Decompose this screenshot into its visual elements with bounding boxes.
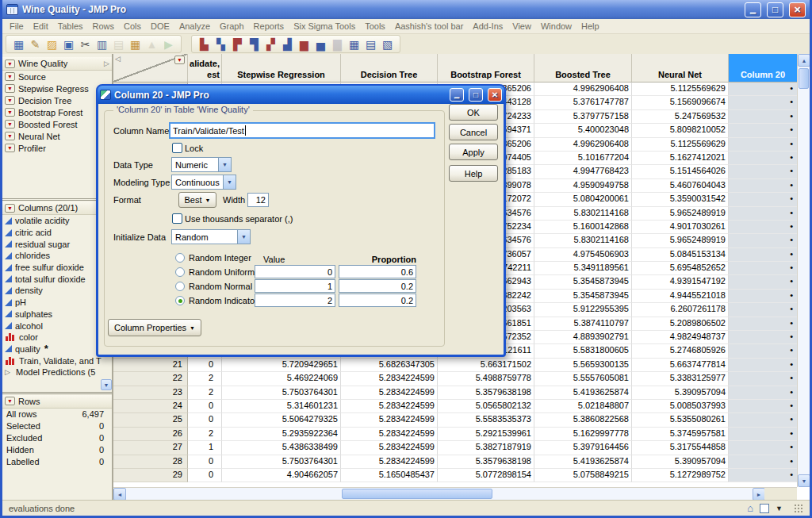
data-cell[interactable]: 4.9391547192 (632, 275, 729, 289)
scroll-down-icon[interactable] (798, 474, 810, 487)
save-icon[interactable]: ▣ (60, 36, 77, 52)
data-cell[interactable]: 5.3545873945 (534, 275, 632, 289)
data-cell[interactable]: 5.3745957581 (632, 428, 729, 441)
scroll-left-icon[interactable] (113, 488, 126, 500)
data-cell[interactable]: 5.7503764301 (222, 455, 341, 469)
menu-view[interactable]: View (508, 20, 536, 33)
data-cell[interactable]: 1 (188, 441, 222, 455)
data-cell[interactable]: 4.9754506903 (534, 248, 632, 262)
menu-analyze[interactable]: Analyze (174, 20, 215, 33)
menu-doe[interactable]: DOE (146, 20, 174, 33)
red-triangle-menu-icon[interactable] (5, 397, 15, 405)
apply-button[interactable]: Apply (449, 144, 498, 160)
row-number-cell[interactable]: 25 (113, 413, 188, 427)
row-number-cell[interactable]: 24 (113, 400, 188, 413)
column-header-neural-net[interactable]: Neural Net (632, 54, 729, 82)
data-cell[interactable]: 4.9947768423 (534, 165, 632, 178)
chevron-down-icon[interactable] (223, 175, 236, 189)
data-cell[interactable]: 5.5064279325 (222, 413, 341, 427)
home-window-icon[interactable] (747, 502, 753, 514)
report-panel-header[interactable]: Wine Quality (2, 57, 112, 71)
data-cell[interactable]: 5.2834224599 (341, 428, 438, 441)
column-name-input[interactable]: Train/Validate/Test (169, 122, 435, 139)
cut-icon[interactable]: ✂ (77, 36, 94, 52)
data-cell[interactable]: • (729, 317, 797, 331)
data-cell[interactable]: 4.9962906408 (534, 82, 632, 96)
column-header-decision-tree[interactable]: Decision Tree (341, 54, 438, 82)
new-data-table-icon[interactable]: ▦ (10, 36, 27, 52)
column-item-model-predictions-5[interactable]: Model Predictions (5 (2, 366, 112, 378)
menu-help[interactable]: Help (576, 20, 604, 33)
data-cell[interactable]: 5.4193625874 (534, 455, 632, 469)
panel-divider[interactable] (2, 392, 112, 394)
data-cell[interactable]: 5.8302114168 (534, 234, 632, 247)
data-cell[interactable]: 4.9590949758 (534, 179, 632, 193)
data-cell[interactable]: 5.0845153134 (632, 248, 729, 262)
search-table-icon[interactable]: ▧ (379, 36, 396, 52)
data-cell[interactable]: 5.1629997778 (534, 428, 632, 441)
data-cell[interactable]: 5.101677204 (534, 152, 632, 165)
radio-random-integer[interactable] (175, 253, 185, 263)
data-cell[interactable]: • (729, 372, 797, 386)
row-number-cell[interactable]: 29 (113, 469, 188, 482)
columns-menu-icon[interactable] (174, 56, 185, 64)
data-cell[interactable]: 5.8098210052 (632, 124, 729, 137)
data-cell[interactable]: 5.5355080261 (632, 413, 729, 427)
data-cell[interactable]: 5.3761747787 (534, 96, 632, 109)
data-cell[interactable]: • (729, 193, 797, 206)
data-cell[interactable]: 5.3874110797 (534, 317, 632, 331)
chart-icon-7[interactable]: ▆ (296, 36, 312, 52)
radio-random-normal[interactable] (175, 282, 185, 291)
dialog-title-bar[interactable]: Column 20 - JMP Pro (98, 86, 504, 104)
expand-group-icon[interactable] (5, 368, 13, 376)
data-cell[interactable]: 5.9652489919 (632, 207, 729, 221)
data-cell[interactable]: 4.9824948737 (632, 331, 729, 344)
menu-aashish-s-tool-bar[interactable]: Aashish's tool bar (390, 20, 468, 33)
data-cell[interactable]: 5.247569532 (632, 110, 729, 124)
data-cell[interactable]: • (729, 124, 797, 137)
calculator-table-icon[interactable]: ▦ (346, 36, 362, 52)
export-icon[interactable]: ▲ (144, 36, 160, 52)
horizontal-scrollbar[interactable] (113, 487, 765, 500)
data-cell[interactable]: • (729, 428, 797, 441)
menu-cols[interactable]: Cols (119, 20, 146, 33)
radio-random-uniform[interactable] (175, 267, 185, 277)
run-script-icon[interactable]: ▶ (160, 36, 177, 52)
data-cell[interactable]: 5.663171502 (438, 359, 534, 372)
data-cell[interactable]: • (729, 82, 797, 96)
data-cell[interactable]: • (729, 386, 797, 400)
red-triangle-menu-icon[interactable] (5, 59, 15, 68)
data-cell[interactable]: 5.3175544858 (632, 441, 729, 455)
table-corner-cell[interactable] (113, 54, 188, 82)
data-cell[interactable]: 5.3491189561 (534, 262, 632, 275)
horizontal-scroll-thumb[interactable] (342, 489, 492, 499)
data-cell[interactable]: 5.390957094 (632, 455, 729, 469)
modeling-type-select[interactable]: Continuous (171, 175, 236, 190)
menu-graph[interactable]: Graph (215, 20, 249, 33)
data-cell[interactable]: 2 (188, 386, 222, 400)
paste-icon[interactable]: ▤ (110, 36, 127, 52)
chart-icon-3[interactable]: ▛ (229, 36, 246, 52)
data-cell[interactable]: • (729, 469, 797, 482)
data-cell[interactable]: 5.9122955395 (534, 303, 632, 317)
data-cell[interactable]: 0 (188, 413, 222, 427)
data-cell[interactable]: 5.1627412021 (632, 152, 729, 165)
resize-grip[interactable] (794, 504, 803, 513)
data-cell[interactable]: 5.1272989752 (632, 469, 729, 482)
data-cell[interactable]: 5.3383125977 (632, 372, 729, 386)
summary-table-icon[interactable]: ▤ (362, 36, 379, 52)
data-cell[interactable]: 5.021848807 (534, 400, 632, 413)
data-cell[interactable]: 5.5831800605 (534, 344, 632, 358)
data-cell[interactable]: 5.469224069 (222, 372, 341, 386)
value-input-0[interactable]: 0 (255, 265, 335, 278)
column-header-boosted-tree[interactable]: Boosted Tree (534, 54, 632, 82)
data-cell[interactable]: 5.1125569629 (632, 82, 729, 96)
data-cell[interactable]: • (729, 455, 797, 469)
data-cell[interactable]: 5.4193625874 (534, 386, 632, 400)
initialize-data-select[interactable]: Random (171, 229, 251, 244)
data-cell[interactable]: 5.1125569629 (632, 138, 729, 152)
red-triangle-menu-icon[interactable] (5, 72, 15, 81)
window-list-icon[interactable] (760, 504, 769, 513)
proportion-input-0[interactable]: 0.6 (339, 265, 416, 278)
data-cell[interactable]: • (729, 413, 797, 427)
